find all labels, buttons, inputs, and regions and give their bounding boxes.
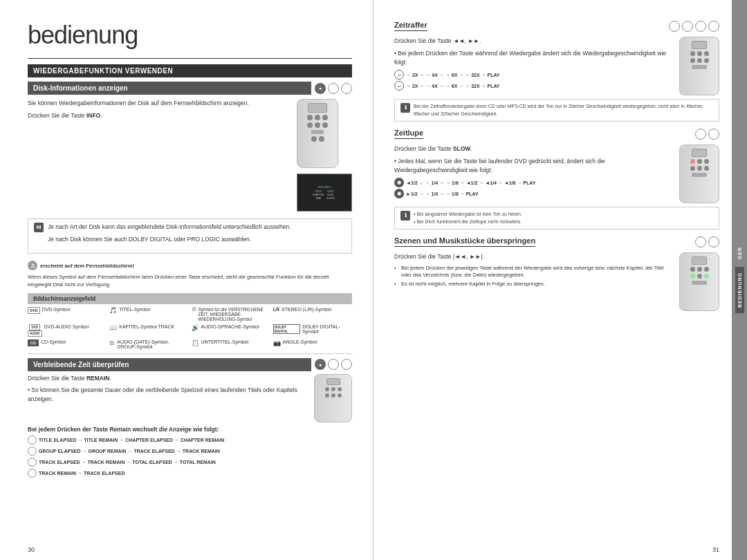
remain-icon3 bbox=[341, 359, 352, 370]
zt-seq1-text: → 2X → → 4X → → 8X → → 32X → PLAY bbox=[406, 73, 500, 77]
seq-icon-1 bbox=[28, 436, 37, 445]
display-item-untertitel: 📋 UNTERTITEL-Symbol bbox=[192, 339, 270, 349]
angle-label: ANGLE-Symbol bbox=[283, 339, 317, 344]
display-item-lr: LR STEREO (L/R)-Symbol bbox=[273, 307, 352, 321]
zl-seq1-icon: ◉ bbox=[394, 178, 404, 187]
lr-label: STEREO (L/R)-Symbol bbox=[282, 307, 331, 312]
right-sidebar: GER BEDIENUNG bbox=[732, 0, 747, 560]
cd-label: CD-Symbol bbox=[41, 339, 66, 344]
display-item-dvd: DVD DVD-Symbol bbox=[28, 307, 107, 321]
sz-detail2-text: Es ist nicht möglich, mehrere Kapitel in… bbox=[401, 281, 545, 288]
zeitraffer-header: Zeitraffer bbox=[394, 21, 427, 31]
titel-label: TITEL-Symbol bbox=[119, 307, 150, 312]
zl-note2: • Bei DivX funktioniert die Zeitlupe nic… bbox=[414, 218, 522, 226]
warn-symbol: ⚠ bbox=[28, 261, 37, 270]
left-page: bedienung WIEDERGABEFUNKTION VERWENDEN D… bbox=[0, 0, 374, 560]
seq-icon-3 bbox=[28, 458, 37, 467]
seq-text-1: TITLE ELAPSED → TITLE REMAIN → CHAPTER E… bbox=[39, 438, 224, 442]
disk-body: Sie können Wiedergabeinformationen der D… bbox=[28, 99, 291, 108]
zt-remote bbox=[679, 37, 719, 95]
remain-remote bbox=[314, 374, 352, 422]
seq-row-4: TRACK REMAIN → TRACK ELAPSED bbox=[28, 469, 352, 478]
display-item-dolby: DOLBY DIGITAL DOLBY DIGITAL-Symbol bbox=[273, 324, 352, 337]
zt-seq1-icon: ↩ bbox=[394, 70, 404, 80]
sz-icon2 bbox=[708, 236, 719, 248]
dvd-label: DVD-Symbol bbox=[42, 307, 70, 312]
note-icon: M bbox=[34, 223, 44, 232]
sz-detail1-text: Bei jedem Drücken der jeweiligen Taste w… bbox=[401, 265, 674, 279]
sz-detail2: • Es ist nicht möglich, mehrere Kapitel … bbox=[394, 281, 674, 288]
audio-badge: AUDIO bbox=[28, 330, 42, 337]
dolby-badge: DOLBY DIGITAL bbox=[273, 324, 300, 334]
screen-display: DVD INFO TITLE01/12 CHAPTER01/18 TIME0:0… bbox=[297, 174, 352, 212]
zl-icon1 bbox=[695, 129, 706, 140]
page-container: bedienung WIEDERGABEFUNKTION VERWENDEN D… bbox=[0, 0, 747, 560]
seq-icon-2 bbox=[28, 447, 37, 456]
page-number-right: 31 bbox=[712, 546, 719, 553]
display-item-dvdaudio: DVD AUDIO DVD-AUDIO Symbol bbox=[28, 324, 107, 337]
display-item-date: ⊙ AUDIO-(DATE)-Symbol, GROUP-Symbol bbox=[109, 339, 188, 349]
warn-text: erscheint auf dem Fernsehbildschirm! bbox=[40, 263, 134, 269]
untertitel-label: UNTERTITEL-Symbol bbox=[201, 339, 249, 344]
remain-icon2 bbox=[328, 359, 339, 370]
zt-note-icon: ℹ bbox=[400, 103, 410, 113]
remain-detail: • So können Sie die gesamte Dauer oder d… bbox=[28, 386, 308, 404]
seq-row-3: TRACK ELAPSED → TRACK REMAIN → TOTAL ELA… bbox=[28, 458, 352, 467]
sidebar-ger: GER bbox=[737, 247, 742, 259]
zt-detail: • Bei jedem Drücken der Taste während de… bbox=[394, 49, 674, 67]
zt-seq2-icon: ↩ bbox=[394, 81, 404, 91]
warn-row: ⚠ erscheint auf dem Fernsehbildschirm! bbox=[28, 261, 134, 270]
zeitraffer-title-row: Zeitraffer bbox=[394, 21, 719, 34]
zl-note1: • Bei langsamer Wiedergabe ist kein Ton … bbox=[414, 211, 522, 218]
disk-section-header: Disk-Informationen anzeigen bbox=[28, 82, 311, 95]
remote-1 bbox=[297, 99, 338, 168]
display-item-time: ⏱ Symbol für die VERSTRICHENE ZEIT, WIED… bbox=[192, 307, 270, 321]
icon2 bbox=[328, 83, 339, 94]
zt-icon3 bbox=[695, 21, 706, 32]
zt-note-text: Bei der Zeitrafferwiedergabe einer CD od… bbox=[414, 103, 713, 118]
sidebar-bedienung: BEDIENUNG bbox=[735, 267, 744, 313]
zl-body: Drücken Sie die Taste SLOW. bbox=[394, 144, 674, 153]
time-label: Symbol für die VERSTRICHENE ZEIT, WIEDER… bbox=[199, 307, 270, 321]
main-section-header: WIEDERGABEFUNKTION VERWENDEN bbox=[28, 64, 352, 77]
szenen-content: Drücken Sie die Taste |◄◄, ►►|. • Bei je… bbox=[394, 252, 719, 311]
dolby-label: DOLBY DIGITAL-Symbol bbox=[302, 324, 352, 334]
cd-badge: CD bbox=[28, 339, 39, 346]
display-header: Bildschirmanzeigefeld bbox=[28, 293, 352, 304]
zeitlupe-content: Drücken Sie die Taste SLOW. • Jedes Mal,… bbox=[394, 144, 719, 203]
display-item-kapitel: 📖 KAPITEL-Symbol TRACK bbox=[109, 324, 188, 337]
zl-remote bbox=[679, 144, 719, 203]
zt-body: Drücken Sie die Taste ◄◄, ►►. bbox=[394, 37, 674, 46]
zeitraffer-section: Zeitraffer Drücken Sie die Taste ◄◄, ►►.… bbox=[394, 21, 719, 122]
seq-row-2: GROUP ELAPSED → GROUP REMAIN → TRACK ELA… bbox=[28, 447, 352, 456]
divider bbox=[28, 58, 352, 59]
dvdaudio-label: DVD-AUDIO Symbol bbox=[44, 324, 89, 329]
sz-remote bbox=[679, 252, 719, 311]
zt-seq2: ↩ → 2X → → 4X → → 8X → → 32X → PLAY bbox=[394, 81, 674, 91]
display-item-cd: CD CD-Symbol bbox=[28, 339, 107, 349]
icon1: ● bbox=[315, 83, 326, 94]
dvd-badge: DVD bbox=[28, 307, 40, 314]
kapitel-label: KAPITEL-Symbol TRACK bbox=[119, 324, 174, 329]
zl-seq1: ◉ ◄1/2 → → 1/4 → → 1/8 → ◄1/2 → ◄1/4 → ◄… bbox=[394, 178, 674, 187]
zl-note-box: ℹ • Bei langsamer Wiedergabe ist kein To… bbox=[394, 207, 719, 230]
note-box: M Je nach Art der Disk kann das eingeble… bbox=[28, 218, 352, 254]
szenen-header: Szenen und Musikstücke überspringen bbox=[394, 236, 535, 247]
seq-text-4: TRACK REMAIN → TRACK ELAPSED bbox=[39, 471, 124, 476]
seq-row-1: TITLE ELAPSED → TITLE REMAIN → CHAPTER E… bbox=[28, 436, 352, 445]
warn-body: Wenn dieses Symbol auf dem Fernsehbildsc… bbox=[28, 273, 352, 289]
zt-seq1: ↩ → 2X → → 4X → → 8X → → 32X → PLAY bbox=[394, 70, 674, 80]
zl-seq2-text: ►1/2 → → 1/4 → → 1/8 → PLAY bbox=[406, 192, 479, 196]
right-page: GER BEDIENUNG Zeitraffer Drücken Sie die… bbox=[374, 0, 747, 560]
page-title: bedienung bbox=[28, 21, 352, 50]
zeitlupe-section: Zeitlupe Drücken Sie die Taste SLOW. • J… bbox=[394, 129, 719, 230]
date-label: AUDIO-(DATE)-Symbol, GROUP-Symbol bbox=[117, 339, 188, 349]
zt-icon1 bbox=[669, 21, 680, 32]
zl-seq2-icon: ◉ bbox=[394, 189, 404, 198]
display-item-audio: 🔊 AUDIO-SPRACHE-Symbol bbox=[192, 324, 270, 337]
zt-icon2 bbox=[682, 21, 693, 32]
section-divider bbox=[28, 353, 352, 354]
remain-body: Drücken Sie die Taste REMAIN. bbox=[28, 374, 308, 383]
sz-body: Drücken Sie die Taste |◄◄, ►►|. bbox=[394, 252, 674, 261]
zl-seq1-text: ◄1/2 → → 1/4 → → 1/8 → ◄1/2 → ◄1/4 → ◄1/… bbox=[406, 180, 535, 185]
